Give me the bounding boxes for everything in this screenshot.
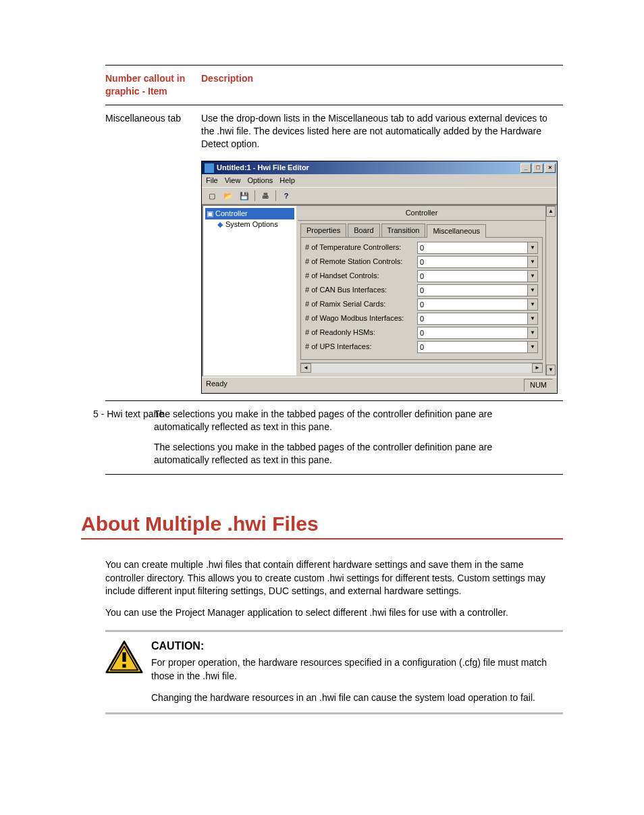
combo-readonly-hsm[interactable]: 0 ▼ (417, 327, 538, 339)
svg-rect-2 (122, 652, 126, 662)
field-row: # of Handset Controls: 0 ▼ (305, 270, 538, 282)
open-icon[interactable]: 📂 (221, 189, 236, 203)
caution-paragraph-1: For proper operation, the hardware resou… (151, 656, 563, 683)
svg-rect-3 (122, 664, 126, 668)
section-rule (81, 538, 563, 540)
tree-branch-icon: ▣ (207, 209, 213, 219)
tab-transition[interactable]: Transition (381, 224, 426, 237)
menubar: File View Options Help (202, 174, 557, 187)
field-row: # of Ramix Serial Cards: 0 ▼ (305, 298, 538, 311)
combo-ramix[interactable]: 0 ▼ (417, 298, 538, 311)
field-row: # of CAN Bus Interfaces: 0 ▼ (305, 284, 538, 296)
titlebar[interactable]: Untitled:1 - Hwi File Editor _ □ × (202, 161, 557, 174)
minimize-button[interactable]: _ (520, 163, 531, 173)
row-misc-desc: Use the drop-down lists in the Miscellan… (201, 112, 558, 151)
caution-body: CAUTION: For proper operation, the hardw… (151, 640, 563, 704)
row-misc-item: Miscellaneous tab (105, 105, 201, 400)
field-row: # of Remote Station Controls: 0 ▼ (305, 256, 538, 268)
app-icon (205, 163, 214, 173)
section-heading: About Multiple .hwi Files (81, 512, 563, 535)
tree-pane[interactable]: ▣ Controller ◆ System Options (203, 206, 298, 375)
tree-root-label: Controller (215, 209, 248, 219)
field-label: # of Readonly HSMs: (305, 327, 413, 338)
statusbar: Ready NUM (202, 377, 557, 393)
combo-value: 0 (418, 242, 527, 253)
combo-ups[interactable]: 0 ▼ (417, 341, 538, 353)
definition-pane: Controller Properties Board Transition M… (298, 206, 545, 375)
menu-view[interactable]: View (225, 176, 241, 186)
field-label: # of Ramix Serial Cards: (305, 299, 413, 309)
menu-file[interactable]: File (206, 176, 218, 186)
tree-child-system-options[interactable]: ◆ System Options (205, 219, 294, 230)
field-row: # of UPS Interfaces: 0 ▼ (305, 341, 538, 353)
th-item: Number callout in graphic - Item (105, 65, 201, 105)
combo-wago[interactable]: 0 ▼ (417, 313, 538, 325)
field-label: # of CAN Bus Interfaces: (305, 285, 413, 295)
status-num: NUM (524, 379, 553, 392)
combo-value: 0 (418, 285, 527, 296)
combo-handset[interactable]: 0 ▼ (417, 270, 538, 282)
th-desc: Description (201, 65, 563, 105)
vertical-scrollbar[interactable]: ▲ ▼ (545, 206, 556, 375)
caution-icon (105, 640, 143, 674)
field-label: # of Temperature Controllers: (305, 242, 413, 253)
combo-value: 0 (418, 299, 527, 310)
scroll-right-icon[interactable]: ► (532, 363, 543, 373)
chevron-down-icon[interactable]: ▼ (527, 342, 537, 352)
horizontal-scrollbar[interactable]: ◄ ► (300, 363, 543, 373)
menu-options[interactable]: Options (247, 176, 273, 186)
scroll-track[interactable] (311, 363, 532, 373)
print-icon[interactable]: 🖶 (258, 189, 273, 203)
chevron-down-icon[interactable]: ▼ (527, 242, 537, 253)
pane-header: Controller (298, 206, 545, 221)
scroll-up-icon[interactable]: ▲ (546, 206, 556, 217)
combo-value: 0 (418, 327, 527, 338)
section-paragraph-1: You can create multiple .hwi files that … (105, 558, 563, 598)
field-label: # of Wago Modbus Interfaces: (305, 313, 413, 323)
toolbar-separator-2 (275, 190, 276, 201)
window-title: Untitled:1 - Hwi File Editor (217, 163, 309, 173)
menu-help[interactable]: Help (279, 176, 295, 186)
caution-box: CAUTION: For proper operation, the hardw… (105, 630, 563, 714)
field-row: # of Wago Modbus Interfaces: 0 ▼ (305, 313, 538, 325)
combo-can-bus[interactable]: 0 ▼ (417, 284, 538, 296)
tree-leaf-icon: ◆ (217, 219, 223, 230)
caution-title: CAUTION: (151, 640, 563, 652)
status-ready: Ready (206, 379, 227, 392)
close-button[interactable]: × (545, 163, 556, 173)
help-icon[interactable]: ? (279, 189, 294, 203)
tree-child-label: System Options (225, 219, 278, 230)
combo-value: 0 (418, 271, 527, 282)
new-icon[interactable]: ▢ (205, 189, 219, 203)
combo-remote-station[interactable]: 0 ▼ (417, 256, 538, 268)
tree-root-controller[interactable]: ▣ Controller (205, 208, 294, 219)
tab-board[interactable]: Board (348, 224, 379, 237)
scroll-down-icon[interactable]: ▼ (546, 365, 556, 375)
toolbar: ▢ 📂 💾 🖶 ? (202, 187, 557, 205)
hwi-editor-window: Untitled:1 - Hwi File Editor _ □ × File … (201, 161, 558, 393)
scroll-left-icon[interactable]: ◄ (300, 363, 311, 373)
chevron-down-icon[interactable]: ▼ (527, 271, 537, 282)
combo-temp-controllers[interactable]: 0 ▼ (417, 242, 538, 254)
field-label: # of Remote Station Controls: (305, 257, 413, 267)
tab-properties[interactable]: Properties (300, 224, 346, 237)
client-area: ▣ Controller ◆ System Options Controller (202, 205, 557, 377)
tabs: Properties Board Transition Miscellaneou… (298, 221, 545, 237)
save-icon[interactable]: 💾 (237, 189, 252, 203)
chevron-down-icon[interactable]: ▼ (527, 257, 537, 267)
toolbar-separator (254, 190, 255, 201)
chevron-down-icon[interactable]: ▼ (527, 299, 537, 310)
chevron-down-icon[interactable]: ▼ (527, 327, 537, 338)
combo-value: 0 (418, 257, 527, 267)
combo-value: 0 (418, 313, 527, 324)
maximize-button[interactable]: □ (533, 163, 543, 173)
field-row: # of Temperature Controllers: 0 ▼ (305, 242, 538, 254)
field-label: # of UPS Interfaces: (305, 342, 413, 352)
chevron-down-icon[interactable]: ▼ (527, 285, 537, 296)
chevron-down-icon[interactable]: ▼ (527, 313, 537, 324)
tab-miscellaneous[interactable]: Miscellaneous (427, 224, 486, 238)
combo-value: 0 (418, 342, 527, 352)
row-hwi-desc2: The selections you make in the tabbed pa… (154, 441, 510, 467)
caution-paragraph-2: Changing the hardware resources in an .h… (151, 691, 563, 705)
section-paragraph-2: You can use the Project Manager applicat… (105, 606, 563, 620)
